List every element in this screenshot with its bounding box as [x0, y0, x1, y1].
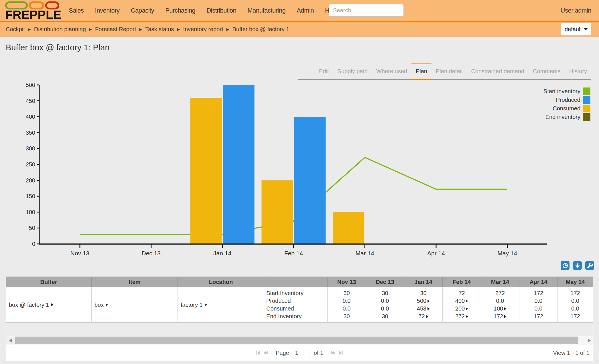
x-tick-label: Dec 13	[142, 250, 161, 256]
value-text: 0.0	[571, 297, 579, 305]
scroll-right-button[interactable]	[586, 337, 593, 344]
menu-item-manufacturing[interactable]: Manufacturing	[247, 7, 285, 14]
menu-item-distribution[interactable]: Distribution	[206, 7, 236, 14]
column-header-Nov 13[interactable]: Nov 13	[328, 277, 366, 287]
next-page-button[interactable]	[331, 351, 336, 355]
value-cell-apr-14: 1720.00.0172	[519, 287, 558, 323]
tab-comments[interactable]: Comments	[529, 63, 565, 79]
drilldown-arrow-icon[interactable]	[504, 315, 507, 318]
line-series-start-inventory	[80, 158, 507, 234]
value-line: 72	[404, 313, 442, 320]
bar-produced-jan-14	[223, 85, 255, 244]
breadcrumb-item[interactable]: Inventory report	[183, 26, 223, 33]
drilldown-arrow-icon[interactable]	[426, 315, 428, 318]
column-header-Location[interactable]: Location	[178, 277, 264, 287]
drilldown-arrow-icon[interactable]	[466, 315, 468, 318]
legend-item-produced[interactable]: Produced	[543, 96, 590, 104]
menu-item-purchasing[interactable]: Purchasing	[165, 7, 195, 14]
value-text: 30	[343, 313, 350, 320]
drilldown-arrow-icon[interactable]	[466, 300, 468, 303]
legend-swatch	[583, 105, 590, 112]
legend-item-start-inventory[interactable]: Start inventory	[543, 87, 590, 95]
y-tick-label: 400	[26, 114, 35, 120]
download-button[interactable]	[573, 261, 582, 270]
drilldown-arrow-icon[interactable]	[51, 303, 54, 306]
view-selector-button[interactable]: default	[561, 23, 591, 35]
value-text: 0.0	[571, 305, 579, 313]
value-text: 72	[458, 289, 465, 297]
drilldown-arrow-icon[interactable]	[106, 303, 108, 306]
download-arrow-icon	[574, 262, 581, 269]
column-header-May 14[interactable]: May 14	[558, 277, 593, 287]
clock-icon	[561, 262, 569, 269]
drilldown-arrow-icon[interactable]	[504, 307, 507, 310]
value-text: 0.0	[381, 297, 389, 305]
last-page-button[interactable]	[339, 351, 343, 355]
x-tick-label: Mar 14	[356, 250, 375, 256]
scrollbar-thumb[interactable]	[15, 337, 578, 344]
page-number-input[interactable]	[293, 348, 310, 358]
column-header-Buffer[interactable]: Buffer	[6, 277, 92, 287]
menu-item-capacity[interactable]: Capacity	[131, 7, 154, 14]
logo-pill-red	[46, 2, 58, 9]
user-menu[interactable]: User admin	[561, 0, 591, 21]
x-tick-label: May 14	[497, 250, 517, 256]
page-label: Page	[276, 350, 289, 356]
drilldown-arrow-icon[interactable]	[427, 300, 430, 303]
breadcrumb-separator-icon: ▶	[89, 27, 92, 31]
time-buckets-button[interactable]	[561, 261, 570, 270]
settings-button[interactable]	[585, 261, 594, 270]
y-tick-label: 250	[26, 161, 35, 168]
breadcrumb-item[interactable]: Forecast Report	[95, 26, 136, 33]
column-header-Item[interactable]: Item	[92, 277, 178, 287]
item-cell: box	[92, 287, 178, 323]
value-text: 0.0	[535, 297, 543, 305]
value-text: 172	[494, 313, 503, 320]
value-line: 30	[366, 313, 404, 320]
drilldown-arrow-icon[interactable]	[466, 307, 468, 310]
value-line: 30	[328, 289, 366, 297]
breadcrumb-item[interactable]: Cockpit	[6, 26, 25, 33]
search-input[interactable]	[329, 4, 404, 17]
tab-supply-path[interactable]: Supply path	[333, 63, 372, 79]
legend-item-consumed[interactable]: Consumed	[543, 105, 590, 112]
column-header-Mar 14[interactable]: Mar 14	[481, 277, 519, 287]
tab-where-used[interactable]: Where used	[372, 63, 411, 79]
menu-item-sales[interactable]: Sales	[69, 7, 84, 14]
drilldown-arrow-icon[interactable]	[205, 303, 207, 306]
legend-swatch	[583, 113, 590, 121]
first-page-button[interactable]	[256, 351, 260, 355]
metric-label: Consumed	[266, 305, 327, 313]
frepple-logo[interactable]: FREPPLE	[3, 1, 62, 21]
column-header-Apr 14[interactable]: Apr 14	[519, 277, 558, 287]
y-tick-label: 200	[26, 177, 35, 184]
scroll-left-button[interactable]	[6, 337, 15, 344]
scroll-left-icon	[9, 339, 12, 343]
column-header-Dec 13[interactable]: Dec 13	[366, 277, 404, 287]
menu-item-inventory[interactable]: Inventory	[95, 7, 120, 14]
tab-constrained-demand[interactable]: Constrained demand	[467, 63, 529, 79]
value-line: 400	[443, 297, 481, 305]
view-range-label: View 1 - 1 of 1	[553, 345, 590, 361]
tab-history[interactable]: History	[565, 63, 591, 79]
previous-page-button[interactable]	[263, 351, 268, 355]
grid-horizontal-scrollbar[interactable]	[6, 336, 593, 345]
column-header-Jan 14[interactable]: Jan 14	[404, 277, 443, 287]
chart-legend: Start inventoryProducedConsumedEnd inven…	[543, 87, 590, 121]
breadcrumb-item[interactable]: Task status	[145, 26, 174, 33]
x-tick-label: Feb 14	[284, 250, 303, 256]
frepple-app: FREPPLE SalesInventoryCapacityPurchasing…	[0, 0, 599, 364]
pager-divider	[327, 349, 327, 356]
scroll-right-icon	[588, 339, 591, 343]
tab-plan[interactable]: Plan	[411, 63, 431, 80]
column-header-Feb 14[interactable]: Feb 14	[443, 277, 481, 287]
drilldown-arrow-icon[interactable]	[427, 307, 430, 310]
tab-edit[interactable]: Edit	[315, 63, 333, 79]
menu-item-admin[interactable]: Admin	[297, 7, 314, 14]
breadcrumb-item[interactable]: Distribution planning	[34, 26, 86, 33]
breadcrumb-item[interactable]: Buffer box @ factory 1	[232, 26, 289, 33]
legend-item-end-inventory[interactable]: End inventory	[543, 113, 590, 121]
tab-plan-detail[interactable]: Plan detail	[431, 63, 467, 79]
legend-label: Consumed	[553, 105, 580, 112]
breadcrumb-bar: Cockpit▶Distribution planning▶Forecast R…	[0, 22, 599, 37]
